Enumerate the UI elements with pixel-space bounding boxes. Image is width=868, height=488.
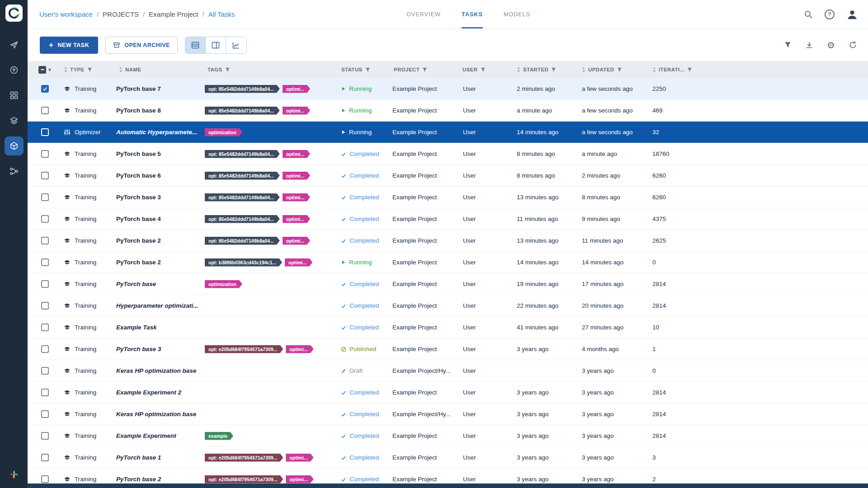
- help-icon[interactable]: ?: [825, 9, 835, 19]
- table-row[interactable]: TrainingPyTorch base 3opt: e205d684f7954…: [28, 338, 868, 360]
- tag[interactable]: opt: 85e5482ddd7149b8a04...: [205, 85, 280, 93]
- filter-icon[interactable]: [617, 67, 622, 72]
- task-name[interactable]: PyTorch base 5: [112, 150, 202, 157]
- column-header-started[interactable]: STARTED: [515, 67, 580, 72]
- task-name[interactable]: PyTorch base 2: [112, 259, 202, 266]
- task-name[interactable]: PyTorch base: [112, 281, 202, 287]
- filter-icon[interactable]: [225, 67, 230, 72]
- row-checkbox[interactable]: [33, 367, 57, 375]
- auto-refresh-icon[interactable]: [849, 41, 857, 49]
- table-row[interactable]: TrainingPyTorch base 2opt: b3896b0363cd4…: [28, 252, 868, 273]
- breadcrumb-project[interactable]: Example Project: [149, 10, 198, 18]
- nav-apps-grid-icon[interactable]: [5, 86, 24, 105]
- nav-deploy-icon[interactable]: [5, 61, 24, 80]
- tag[interactable]: opt: 85e5482ddd7149b8a04...: [205, 237, 280, 245]
- settings-gear-icon[interactable]: ⚙: [827, 41, 835, 50]
- task-name[interactable]: Automatic Hyperparamete...: [112, 129, 202, 136]
- column-header-user[interactable]: USER: [457, 67, 515, 72]
- row-checkbox[interactable]: [33, 237, 57, 244]
- tag[interactable]: optimi...: [286, 345, 313, 353]
- tag[interactable]: opt: e205d684f7954571a7309...: [205, 475, 283, 483]
- task-name[interactable]: Example Task: [112, 324, 202, 331]
- row-checkbox[interactable]: [33, 258, 57, 266]
- row-checkbox[interactable]: [33, 410, 57, 418]
- tag[interactable]: optimization: [205, 128, 242, 136]
- table-row[interactable]: TrainingPyTorch base 3opt: 85e5482ddd714…: [28, 187, 868, 208]
- download-icon[interactable]: [805, 41, 813, 49]
- task-name[interactable]: PyTorch base 3: [112, 346, 202, 352]
- row-checkbox[interactable]: [33, 107, 57, 114]
- table-row[interactable]: TrainingPyTorch base 1opt: e205d684f7954…: [28, 447, 868, 469]
- column-header-updated[interactable]: UPDATED: [580, 67, 651, 72]
- nav-datasets-layers-icon[interactable]: [5, 111, 24, 130]
- row-checkbox[interactable]: [33, 150, 57, 158]
- tag[interactable]: example: [205, 432, 233, 440]
- task-name[interactable]: Keras HP optimization base: [112, 367, 202, 374]
- column-header-tags[interactable]: TAGS: [202, 67, 336, 72]
- filter-icon[interactable]: [422, 67, 427, 72]
- row-checkbox[interactable]: [33, 172, 57, 179]
- tag[interactable]: optimi...: [285, 258, 312, 267]
- chart-view-toggle[interactable]: [226, 37, 246, 53]
- tag[interactable]: opt: 85e5482ddd7149b8a04...: [205, 172, 280, 180]
- user-avatar-icon[interactable]: [846, 9, 858, 20]
- tag[interactable]: optimi...: [283, 193, 310, 202]
- row-checkbox[interactable]: [33, 454, 57, 461]
- select-all-checkbox[interactable]: ▾: [33, 66, 57, 74]
- row-checkbox[interactable]: [33, 302, 57, 310]
- table-row[interactable]: TrainingPyTorch base 5opt: 85e5482ddd714…: [28, 143, 868, 165]
- row-checkbox[interactable]: [33, 475, 57, 483]
- tag[interactable]: optimi...: [283, 107, 310, 115]
- tag[interactable]: opt: 85e5482ddd7149b8a04...: [205, 150, 280, 158]
- task-name[interactable]: PyTorch base 2: [112, 476, 202, 483]
- tab-tasks[interactable]: TASKS: [462, 0, 483, 28]
- table-row[interactable]: TrainingKeras HP optimization baseDraftE…: [28, 360, 868, 382]
- breadcrumb-page[interactable]: All Tasks: [208, 10, 235, 18]
- tag[interactable]: optimi...: [283, 237, 310, 245]
- task-name[interactable]: PyTorch base 6: [112, 172, 202, 179]
- row-checkbox[interactable]: [33, 215, 57, 223]
- slack-icon[interactable]: [9, 470, 19, 481]
- breadcrumb-section[interactable]: PROJECTS: [103, 10, 139, 18]
- table-row[interactable]: TrainingExample TaskCompletedExample Pro…: [28, 317, 868, 338]
- clearml-logo[interactable]: [5, 5, 23, 22]
- new-task-button[interactable]: + NEW TASK: [40, 37, 98, 54]
- tab-models[interactable]: MODELS: [504, 0, 530, 28]
- table-row[interactable]: TrainingPyTorch base 4opt: 85e5482ddd714…: [28, 208, 868, 230]
- tag[interactable]: optimi...: [286, 475, 313, 483]
- task-name[interactable]: Hyperparameter optimizati...: [112, 302, 202, 309]
- task-name[interactable]: Example Experiment 2: [112, 389, 202, 396]
- open-archive-button[interactable]: OPEN ARCHIVE: [105, 37, 178, 54]
- column-header-name[interactable]: NAME: [112, 67, 202, 72]
- row-checkbox[interactable]: [33, 345, 57, 353]
- row-checkbox[interactable]: [33, 280, 57, 288]
- tag[interactable]: optimization: [205, 280, 242, 288]
- task-name[interactable]: PyTorch base 3: [112, 194, 202, 201]
- split-view-toggle[interactable]: [206, 37, 226, 53]
- column-header-type[interactable]: TYPE: [57, 67, 112, 72]
- column-header-project[interactable]: PROJECT: [388, 67, 457, 72]
- table-row[interactable]: TrainingPyTorch baseoptimizationComplete…: [28, 273, 868, 295]
- filter-icon[interactable]: [551, 67, 556, 72]
- tag[interactable]: optimi...: [283, 215, 310, 223]
- sort-icon[interactable]: [517, 67, 520, 72]
- filter-icon[interactable]: [481, 67, 486, 72]
- sort-icon[interactable]: [119, 67, 123, 72]
- tag[interactable]: optimi...: [283, 85, 310, 93]
- tag[interactable]: optimi...: [283, 172, 310, 180]
- filter-icon[interactable]: [87, 67, 92, 72]
- nav-projects-cube-icon[interactable]: [5, 136, 24, 155]
- tag[interactable]: opt: 85e5482ddd7149b8a04...: [205, 107, 280, 115]
- row-checkbox[interactable]: [33, 85, 57, 93]
- nav-launch-icon[interactable]: [5, 35, 24, 54]
- tag[interactable]: optimi...: [286, 454, 313, 462]
- task-name[interactable]: PyTorch base 1: [112, 454, 202, 461]
- task-name[interactable]: PyTorch base 8: [112, 107, 202, 114]
- tab-overview[interactable]: OVERVIEW: [406, 0, 441, 28]
- task-name[interactable]: Keras HP optimization base: [112, 411, 202, 418]
- table-row[interactable]: TrainingPyTorch base 2opt: 85e5482ddd714…: [28, 230, 868, 252]
- table-row[interactable]: TrainingExample Experiment 2CompletedExa…: [28, 382, 868, 404]
- breadcrumb-workspace[interactable]: User's workspace: [39, 10, 93, 18]
- table-row[interactable]: OptimizerAutomatic Hyperparamete...optim…: [28, 122, 868, 143]
- select-dropdown-caret-icon[interactable]: ▾: [48, 67, 51, 73]
